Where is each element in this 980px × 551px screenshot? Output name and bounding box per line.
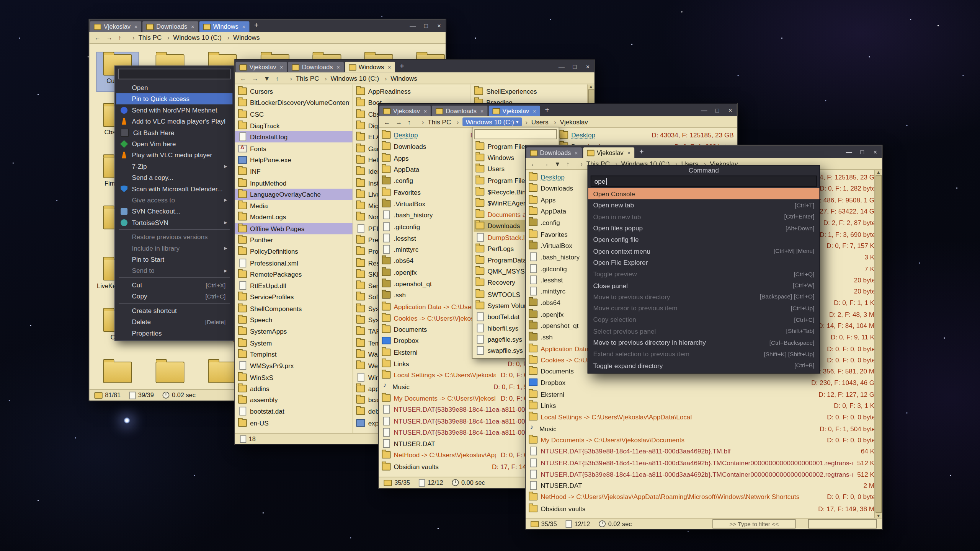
nav-button[interactable]: ←	[381, 118, 392, 125]
scrollbar-thumb[interactable]	[875, 175, 882, 513]
nav-button[interactable]: ▼	[552, 160, 563, 167]
file-row[interactable]: NTUSER.DAT 2 MB	[526, 480, 882, 491]
tab[interactable]: Windows ×	[345, 62, 395, 73]
file-row[interactable]: AppReadiness	[353, 86, 470, 97]
file-row[interactable]: Obsidian vaults D: 17, F: 149, 38 MB	[526, 503, 882, 514]
palette-item[interactable]: Copy selection [Ctrl+C]	[588, 314, 819, 325]
palette-item[interactable]: Open context menu [Ctrl+M] [Menu]	[588, 245, 819, 257]
tab[interactable]: Downloads ×	[432, 106, 487, 116]
tab[interactable]: Vjekoslav ×	[379, 106, 431, 116]
context-menu-item[interactable]: Open	[116, 82, 233, 93]
nav-button[interactable]: ↑	[273, 75, 281, 82]
context-menu-item[interactable]: Include in library ►	[116, 242, 233, 253]
file-row[interactable]: TempInst	[235, 349, 353, 360]
context-menu-item[interactable]	[116, 228, 233, 231]
close-tab-icon[interactable]: ×	[134, 23, 138, 29]
file-row[interactable]: Cursors	[235, 86, 353, 97]
scroll-down-icon[interactable]: ▼	[876, 514, 880, 518]
close-button[interactable]: ×	[724, 104, 737, 116]
file-row[interactable]: Links D: 0, F: 3, 1 KB	[526, 400, 882, 411]
close-button[interactable]: ×	[581, 60, 594, 73]
file-row[interactable]: Dropbox D: 230, F: 1043, 46 GB	[526, 377, 882, 388]
palette-item[interactable]: Open files popup [Alt+Down]	[588, 222, 819, 234]
tab[interactable]: Vjekoslav ×	[90, 21, 141, 32]
file-row[interactable]: Offline Web Pages	[235, 223, 353, 234]
close-tab-icon[interactable]: ×	[424, 108, 427, 114]
close-tab-icon[interactable]: ×	[388, 64, 391, 70]
context-menu-item[interactable]: Cut [Ctrl+X]	[116, 279, 233, 290]
breadcrumb-segment[interactable]: › Windows	[381, 74, 419, 82]
nav-button[interactable]: ↑	[564, 160, 572, 167]
file-row[interactable]: DtcInstall.log	[235, 131, 353, 143]
file-row[interactable]: bootstat.dat	[235, 406, 353, 417]
file-row[interactable]: ShellExperiences	[471, 86, 595, 97]
nav-button[interactable]: ▼	[261, 75, 272, 82]
palette-item[interactable]: Open Console	[588, 188, 819, 199]
file-row[interactable]: Professional.xml	[235, 257, 353, 269]
new-tab-button[interactable]: +	[250, 21, 263, 30]
file-row[interactable]: NTUSER.DAT{53b39e88-18c4-11ea-a811-000d3…	[526, 445, 882, 457]
scroll-up-icon[interactable]: ▲	[589, 84, 593, 88]
context-menu-item[interactable]	[116, 276, 233, 279]
context-menu-item[interactable]: Git Bash Here	[116, 127, 233, 138]
maximize-button[interactable]: □	[710, 104, 724, 116]
palette-item[interactable]: Toggle preview [Ctrl+Q]	[588, 268, 819, 280]
palette-item[interactable]: Select previous panel [Shift+Tab]	[588, 325, 819, 337]
palette-input[interactable]: ope	[591, 176, 817, 187]
nav-button[interactable]: ←	[528, 160, 539, 167]
file-row[interactable]: PolicyDefinitions	[235, 246, 353, 257]
nav-button[interactable]: ←	[92, 34, 103, 41]
file-row[interactable]: Fonts	[235, 143, 353, 154]
file-row[interactable]: NTUSER.DAT{53b39e88-18c4-11ea-a811-000d3…	[526, 468, 882, 480]
file-row[interactable]: WMSysPr9.prx	[235, 360, 353, 372]
context-menu-item[interactable]: Properties	[116, 328, 233, 339]
tab[interactable]: Downloads ×	[526, 147, 582, 158]
file-row[interactable]: ShellComponents	[235, 303, 353, 314]
breadcrumb-segment[interactable]: › Windows	[224, 34, 262, 41]
breadcrumb-segment[interactable]: › This PC	[286, 74, 321, 82]
context-menu-item[interactable]: Delete [Delete]	[116, 316, 233, 327]
secondary-filter-box[interactable]	[808, 519, 877, 528]
context-menu-item[interactable]	[118, 69, 231, 80]
file-row[interactable]: NTUSER.DAT{53b39e88-18c4-11ea-a811-000d3…	[526, 457, 882, 468]
palette-item[interactable]: Move to previous directory in hierarchy …	[588, 337, 819, 348]
context-menu-item[interactable]: Create shortcut	[116, 305, 233, 316]
close-button[interactable]: ×	[869, 145, 882, 158]
file-grid-item[interactable]	[149, 360, 191, 389]
nav-button[interactable]: →	[540, 160, 551, 167]
tab[interactable]: Vjekoslav ×	[236, 62, 287, 73]
file-row[interactable]: Media	[235, 200, 353, 211]
context-menu-item[interactable]: TortoiseSVN ►	[116, 217, 233, 228]
palette-item[interactable]: Open new tab [Ctrl+T]	[588, 199, 819, 211]
file-row[interactable]: assembly	[235, 394, 353, 406]
palette-item[interactable]: Close panel [Ctrl+W]	[588, 279, 819, 291]
breadcrumb-segment[interactable]: › This PC	[418, 118, 453, 126]
file-grid-item[interactable]	[97, 360, 138, 389]
breadcrumb-segment[interactable]: › This PC	[129, 34, 163, 41]
palette-item[interactable]: Open in new tab [Ctrl+Enter]	[588, 211, 819, 222]
tab[interactable]: Vjekoslav ×	[488, 106, 540, 116]
context-menu-item[interactable]: Pin to Start	[116, 254, 233, 265]
file-row[interactable]: SystemApps	[235, 326, 353, 337]
palette-item[interactable]: Open File Explorer	[588, 257, 819, 268]
file-row[interactable]: Panther	[235, 234, 353, 246]
dropdown-filter-input[interactable]	[474, 129, 557, 139]
file-row[interactable]: Eksterni D: 12, F: 127, 12 GB	[526, 388, 882, 400]
palette-item[interactable]: Open config file	[588, 234, 819, 245]
close-tab-icon[interactable]: ×	[280, 64, 283, 70]
file-row[interactable]: WinSxS	[235, 371, 353, 383]
file-row[interactable]: RemotePackages	[235, 269, 353, 280]
context-menu-item[interactable]: Copy [Ctrl+C]	[116, 290, 233, 302]
close-tab-icon[interactable]: ×	[242, 23, 245, 29]
maximize-button[interactable]: □	[568, 60, 581, 73]
file-row[interactable]: Music D: 0, F: 1, 504 bytes	[526, 423, 882, 434]
close-tab-icon[interactable]: ×	[336, 64, 340, 70]
file-row[interactable]: ModemLogs	[235, 211, 353, 223]
file-row[interactable]: INF	[235, 166, 353, 177]
file-row[interactable]: My Documents -> C:\Users\Vjekoslav\Docum…	[526, 434, 882, 445]
context-menu-item[interactable]: Play with VLC media player	[116, 149, 233, 160]
nav-button[interactable]: ↑	[116, 34, 124, 41]
breadcrumb-segment[interactable]: › Vjekoslav	[550, 118, 590, 126]
scroll-up-icon[interactable]: ▲	[876, 170, 880, 174]
maximize-button[interactable]: □	[420, 20, 433, 32]
